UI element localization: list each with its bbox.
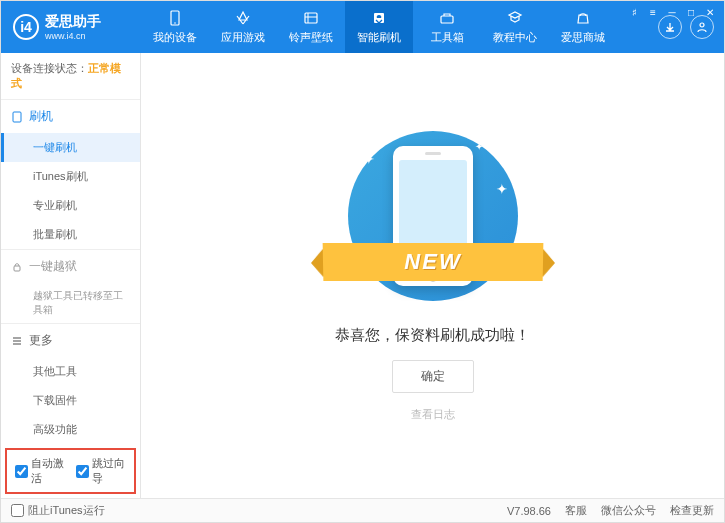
- nav-flash[interactable]: 智能刷机: [345, 1, 413, 53]
- service-link[interactable]: 客服: [565, 503, 587, 518]
- app-name: 爱思助手: [45, 13, 101, 31]
- nav-toolbox[interactable]: 工具箱: [413, 1, 481, 53]
- checkbox-skip-guide[interactable]: 跳过向导: [76, 456, 127, 486]
- window-controls: ♯ ≡ ─ □ ✕: [626, 5, 718, 19]
- phone-icon: [166, 9, 184, 27]
- wallpaper-icon: [302, 9, 320, 27]
- view-log-link[interactable]: 查看日志: [411, 407, 455, 422]
- svg-rect-6: [13, 112, 21, 122]
- menu-icon[interactable]: ≡: [645, 5, 661, 19]
- logo: i4 爱思助手 www.i4.cn: [1, 13, 141, 41]
- main-nav: 我的设备 应用游戏 铃声壁纸 智能刷机 工具箱 教程中心 爱思商城: [141, 1, 658, 53]
- svg-point-5: [700, 23, 704, 27]
- lock-icon: [11, 261, 23, 273]
- sidebar-flash-header[interactable]: 刷机: [1, 100, 140, 133]
- update-link[interactable]: 检查更新: [670, 503, 714, 518]
- close-icon[interactable]: ✕: [702, 5, 718, 19]
- nav-store[interactable]: 爱思商城: [549, 1, 617, 53]
- svg-rect-7: [14, 266, 20, 271]
- connection-status: 设备连接状态：正常模式: [1, 53, 140, 99]
- wechat-link[interactable]: 微信公众号: [601, 503, 656, 518]
- success-message: 恭喜您，保资料刷机成功啦！: [335, 326, 530, 345]
- success-illustration: ✦ ✦ ✦ NEW: [333, 131, 533, 311]
- sidebar-item-other[interactable]: 其他工具: [1, 357, 140, 386]
- nav-ringtones[interactable]: 铃声壁纸: [277, 1, 345, 53]
- header: i4 爱思助手 www.i4.cn 我的设备 应用游戏 铃声壁纸 智能刷机 工具…: [1, 1, 724, 53]
- sidebar-item-pro[interactable]: 专业刷机: [1, 191, 140, 220]
- minimize-icon[interactable]: ─: [664, 5, 680, 19]
- sidebar-item-advanced[interactable]: 高级功能: [1, 415, 140, 444]
- toolbox-icon: [438, 9, 456, 27]
- checkbox-block-itunes[interactable]: 阻止iTunes运行: [11, 503, 105, 518]
- sidebar-more-header[interactable]: 更多: [1, 324, 140, 357]
- app-url: www.i4.cn: [45, 31, 101, 41]
- list-icon: [11, 335, 23, 347]
- new-banner: NEW: [322, 242, 543, 280]
- sidebar: 设备连接状态：正常模式 刷机 一键刷机 iTunes刷机 专业刷机 批量刷机 一…: [1, 53, 141, 499]
- jailbreak-note: 越狱工具已转移至工具箱: [1, 283, 140, 323]
- svg-point-1: [174, 22, 176, 24]
- confirm-button[interactable]: 确定: [392, 360, 474, 393]
- main: 设备连接状态：正常模式 刷机 一键刷机 iTunes刷机 专业刷机 批量刷机 一…: [1, 53, 724, 499]
- sidebar-item-oneclick[interactable]: 一键刷机: [1, 133, 140, 162]
- version-label: V7.98.66: [507, 505, 551, 517]
- nav-apps[interactable]: 应用游戏: [209, 1, 277, 53]
- svg-rect-4: [441, 16, 453, 23]
- svg-rect-2: [305, 13, 317, 23]
- options-box: 自动激活 跳过向导: [5, 448, 136, 494]
- store-icon: [574, 9, 592, 27]
- sidebar-item-itunes[interactable]: iTunes刷机: [1, 162, 140, 191]
- sidebar-item-batch[interactable]: 批量刷机: [1, 220, 140, 249]
- tutorial-icon: [506, 9, 524, 27]
- skin-icon[interactable]: ♯: [626, 5, 642, 19]
- content-area: ✦ ✦ ✦ NEW 恭喜您，保资料刷机成功啦！ 确定 查看日志: [141, 53, 724, 499]
- maximize-icon[interactable]: □: [683, 5, 699, 19]
- checkbox-auto-activate[interactable]: 自动激活: [15, 456, 66, 486]
- phone-small-icon: [11, 111, 23, 123]
- nav-my-device[interactable]: 我的设备: [141, 1, 209, 53]
- sidebar-item-firmware[interactable]: 下载固件: [1, 386, 140, 415]
- logo-icon: i4: [13, 14, 39, 40]
- nav-tutorials[interactable]: 教程中心: [481, 1, 549, 53]
- footer: 阻止iTunes运行 V7.98.66 客服 微信公众号 检查更新: [1, 498, 724, 522]
- flash-icon: [370, 9, 388, 27]
- apps-icon: [234, 9, 252, 27]
- sidebar-jailbreak-header[interactable]: 一键越狱: [1, 250, 140, 283]
